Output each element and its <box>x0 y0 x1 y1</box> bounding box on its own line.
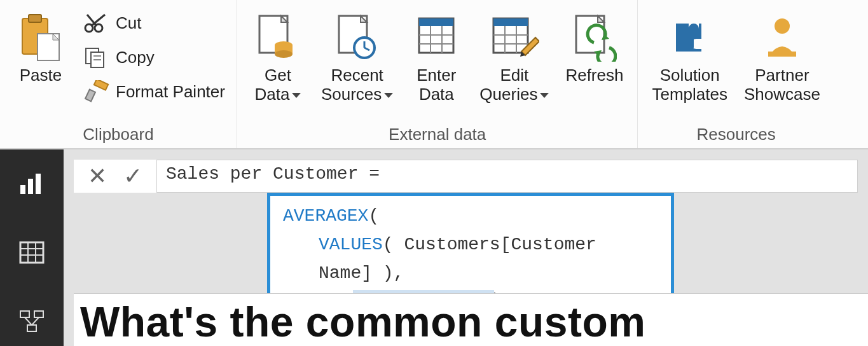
canvas-area: ✕ ✓ Sales per Customer = AVERAGEX( VALUE… <box>64 149 868 346</box>
svg-rect-55 <box>27 325 36 331</box>
formula-commit-button[interactable]: ✓ <box>123 163 142 190</box>
svg-rect-53 <box>20 311 29 317</box>
refresh-button[interactable]: Refresh <box>563 6 626 88</box>
solution-templates-button[interactable]: SolutionTemplates <box>649 6 730 107</box>
format-painter-label: Format Painter <box>116 82 225 102</box>
svg-point-43 <box>775 18 790 34</box>
ribbon: Paste Cut Copy <box>0 0 868 149</box>
copy-button[interactable]: Copy <box>81 45 225 70</box>
dax-func-averagex: AVERAGEX <box>283 206 368 226</box>
edit-queries-button[interactable]: EditQueries <box>477 6 551 107</box>
paste-icon <box>18 9 63 66</box>
solution-templates-label: SolutionTemplates <box>652 66 727 104</box>
svg-line-56 <box>25 317 32 325</box>
recent-sources-label: RecentSources <box>321 66 393 104</box>
recent-sources-button[interactable]: RecentSources <box>319 6 396 107</box>
ribbon-group-resources: SolutionTemplates PartnerShowcase Resour… <box>638 0 834 148</box>
get-data-button[interactable]: GetData <box>249 6 307 107</box>
paintbrush-icon <box>81 79 111 104</box>
get-data-icon <box>256 9 300 66</box>
scissors-icon <box>81 10 111 36</box>
data-view-button[interactable] <box>17 237 47 268</box>
svg-rect-1 <box>29 15 41 22</box>
chevron-down-icon <box>540 93 549 98</box>
cut-button[interactable]: Cut <box>81 10 225 36</box>
svg-rect-54 <box>34 311 43 317</box>
svg-rect-44 <box>768 52 796 57</box>
svg-rect-26 <box>419 18 453 26</box>
enter-data-button[interactable]: EnterData <box>407 6 465 107</box>
group-label-resources: Resources <box>649 121 822 144</box>
svg-line-57 <box>32 317 39 325</box>
partner-showcase-button[interactable]: PartnerShowcase <box>741 6 823 107</box>
get-data-label: GetData <box>254 66 301 104</box>
slide-headline: What's the common custom <box>74 293 868 346</box>
svg-rect-47 <box>36 174 41 194</box>
cut-label: Cut <box>116 13 141 33</box>
recent-sources-icon <box>335 9 380 66</box>
svg-rect-32 <box>493 18 528 26</box>
enter-data-icon <box>414 9 458 66</box>
edit-queries-label: EditQueries <box>479 66 549 104</box>
enter-data-label: EnterData <box>417 66 456 104</box>
paste-button[interactable]: Paste <box>11 6 70 88</box>
format-painter-button[interactable]: Format Painter <box>81 79 225 104</box>
group-label-clipboard: Clipboard <box>11 121 225 144</box>
view-sidebar <box>0 149 64 346</box>
svg-rect-48 <box>20 242 43 263</box>
refresh-label: Refresh <box>565 66 623 85</box>
formula-header-text: Sales per Customer = <box>166 164 380 184</box>
partner-showcase-label: PartnerShowcase <box>744 66 820 104</box>
ribbon-group-external-data: GetData RecentSources EnterData EditQuer… <box>237 0 638 148</box>
copy-icon <box>81 45 111 70</box>
puzzle-icon <box>667 9 713 66</box>
formula-input[interactable]: Sales per Customer = <box>156 160 858 193</box>
paste-label: Paste <box>20 66 62 85</box>
edit-queries-icon <box>490 9 539 66</box>
chevron-down-icon <box>292 93 301 98</box>
svg-point-19 <box>275 50 293 58</box>
group-label-external-data: External data <box>249 121 626 144</box>
chevron-down-icon <box>384 93 393 98</box>
svg-rect-14 <box>85 90 95 102</box>
formula-bar: ✕ ✓ Sales per Customer = <box>74 160 858 193</box>
refresh-icon <box>572 9 617 66</box>
person-icon <box>762 9 803 66</box>
ribbon-group-clipboard: Paste Cut Copy <box>0 0 237 148</box>
model-view-button[interactable] <box>17 306 47 336</box>
formula-cancel-button[interactable]: ✕ <box>88 163 107 190</box>
report-view-button[interactable] <box>17 169 47 199</box>
svg-rect-45 <box>20 185 25 194</box>
svg-rect-46 <box>28 179 33 194</box>
dax-func-values: VALUES <box>319 235 383 254</box>
copy-label: Copy <box>116 48 155 67</box>
svg-rect-13 <box>94 80 108 90</box>
